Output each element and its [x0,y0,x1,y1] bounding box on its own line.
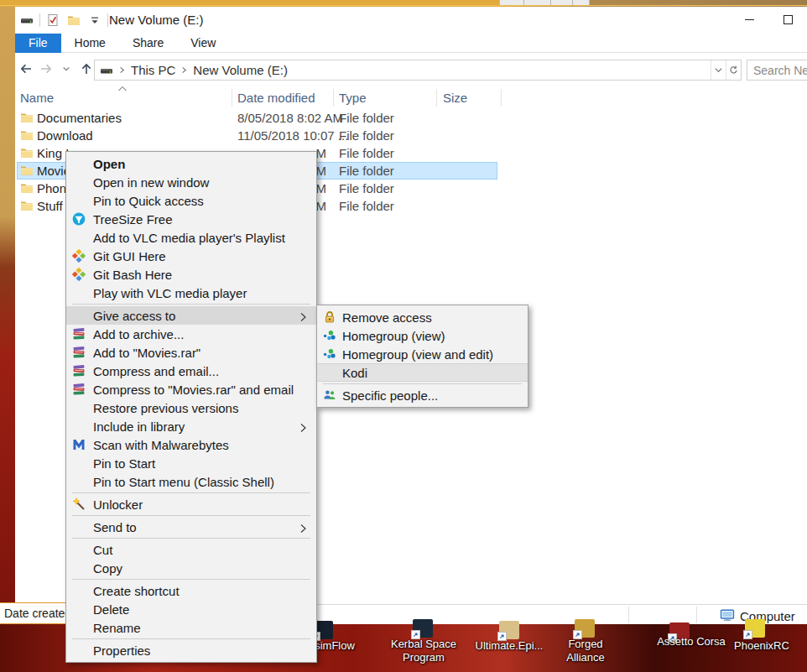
minimize-button[interactable] [730,7,768,32]
menu-item-add-to-archive[interactable]: Add to archive... [66,325,316,343]
column-divider[interactable] [501,89,502,107]
menu-item-git-bash-here[interactable]: Git Bash Here [66,265,316,284]
column-header-type[interactable]: Type [339,91,367,105]
menu-item-label: Give access to [93,309,175,323]
window-title: New Volume (E:) [109,13,204,27]
menu-item-label: Open in new window [93,175,209,190]
folder-icon[interactable] [65,12,82,29]
folder-icon [20,199,34,212]
menu-item-kodi[interactable]: Kodi [317,363,528,382]
status-separator [628,607,629,623]
desktop-left-strip [0,7,15,624]
checked-document-icon[interactable] [44,12,61,29]
column-header-name[interactable]: Name [20,91,54,105]
desktop-icon-kerbal-space-program[interactable] [413,619,433,638]
folder-icon [20,128,34,142]
desktop-icon-ultimate-epi[interactable] [499,621,519,639]
menu-item-pin-to-quick-access[interactable]: Pin to Quick access [66,191,316,210]
menu-item-label: Send to [93,520,137,534]
desktop-icon-label[interactable]: simFlow [315,639,355,652]
menu-separator [72,579,310,580]
desktop-icon-label[interactable]: PhoenixRC [734,639,789,652]
drive-icon[interactable] [18,12,35,29]
ribbon-tabs: FileHomeShareView [15,34,807,53]
tab-view[interactable]: View [177,34,229,53]
maximize-button[interactable] [768,7,807,32]
menu-item-give-access-to[interactable]: Give access to [66,306,316,325]
menu-item-compress-to-movies-rar-and-email[interactable]: Compress to "Movies.rar" and email [66,380,316,399]
up-button[interactable] [77,60,96,78]
menu-item-pin-to-start[interactable]: Pin to Start [66,454,316,472]
tab-share[interactable]: Share [119,34,177,53]
recent-locations-dropdown[interactable] [57,60,75,78]
desktop-icon-forged-alliance[interactable] [575,619,595,638]
column-divider[interactable] [232,89,232,107]
menu-item-label: Copy [93,561,122,576]
breadcrumb-item[interactable]: This PC [131,63,175,77]
menu-item-copy[interactable]: Copy [66,559,316,577]
file-name: Phon [37,181,66,195]
menu-item-pin-to-start-menu-classic-shell[interactable]: Pin to Start menu (Classic Shell) [66,472,316,491]
menu-item-label: TreeSize Free [93,212,172,227]
breadcrumb[interactable]: This PCNew Volume (E:) [95,63,711,77]
menu-item-cut[interactable]: Cut [66,540,316,559]
menu-item-play-with-vlc-media-player[interactable]: Play with VLC media player [66,284,316,302]
back-button[interactable] [17,60,35,78]
window-controls [730,7,807,32]
menu-item-label: Unlocker [93,497,143,512]
column-header-size[interactable]: Size [443,91,467,105]
desktop-icon-phoenixrc[interactable] [745,619,765,638]
column-divider[interactable] [436,89,437,107]
menu-item-add-to-vlc-media-player-s-playlist[interactable]: Add to VLC media player's Playlist [66,228,316,247]
desktop-icon-label[interactable]: Kerbal Space [391,638,456,650]
column-divider[interactable] [333,89,334,107]
menu-item-treesize-free[interactable]: TreeSize Free [66,210,316,228]
customize-qat-dropdown-icon[interactable] [86,12,103,29]
file-row-documentaries[interactable]: Documentaries8/05/2018 8:02 AMFile folde… [15,109,807,127]
menu-item-create-shortcut[interactable]: Create shortcut [66,581,316,600]
menu-item-add-to-movies-rar[interactable]: Add to "Movies.rar" [66,343,316,362]
desktop-icon-label[interactable]: Ultimate.Epi... [476,639,544,652]
folder-icon [20,146,34,159]
menu-item-homegroup-view-and-edit[interactable]: Homegroup (view and edit) [317,345,528,363]
menu-item-unlocker[interactable]: Unlocker [66,495,316,513]
desktop-icon-label[interactable]: Program [403,651,445,664]
file-name: Download [37,128,93,143]
refresh-button[interactable] [726,60,741,80]
column-header-date-modified[interactable]: Date modified [237,91,315,105]
menu-item-open-in-new-window[interactable]: Open in new window [66,173,316,191]
menu-item-delete[interactable]: Delete [66,600,316,618]
file-type: File folder [339,146,394,160]
winrar-icon [72,383,86,396]
menu-item-open[interactable]: Open [66,154,316,173]
menu-item-properties[interactable]: Properties [66,641,316,659]
menu-item-restore-previous-versions[interactable]: Restore previous versions [66,399,316,417]
tab-home[interactable]: Home [61,34,119,53]
menu-item-homegroup-view[interactable]: Homegroup (view) [317,326,528,345]
menu-separator [72,492,310,493]
menu-item-specific-people[interactable]: Specific people... [317,386,528,404]
menu-item-rename[interactable]: Rename [66,618,316,637]
qat-separator [107,13,108,27]
address-bar[interactable]: This PCNew Volume (E:) [94,60,742,81]
column-headers: NameDate modifiedTypeSize [15,87,807,109]
window-top-border [0,5,807,6]
menu-item-compress-and-email[interactable]: Compress and email... [66,362,316,380]
desktop-icon-label[interactable]: Alliance [566,651,605,664]
file-type: File folder [339,199,394,213]
menu-separator [323,383,522,384]
menu-item-git-gui-here[interactable]: Git GUI Here [66,247,316,265]
search-input[interactable]: Search Ne. [747,60,807,81]
menu-item-label: Open [93,157,125,171]
address-dropdown-button[interactable] [711,60,726,80]
menu-item-remove-access[interactable]: Remove access [317,308,528,326]
forward-button[interactable] [37,60,55,78]
menu-item-scan-with-malwarebytes[interactable]: Scan with Malwarebytes [66,435,316,454]
tab-file[interactable]: File [15,34,61,53]
file-row-download[interactable]: Download11/05/2018 10:07 ...File folder [15,127,807,144]
menu-item-send-to[interactable]: Send to [66,518,316,536]
menu-item-include-in-library[interactable]: Include in library [66,417,316,435]
desktop-icon-label[interactable]: Forged [568,638,602,650]
desktop-icon-label[interactable]: Assetto Corsa [657,635,726,648]
breadcrumb-item[interactable]: New Volume (E:) [193,63,288,77]
